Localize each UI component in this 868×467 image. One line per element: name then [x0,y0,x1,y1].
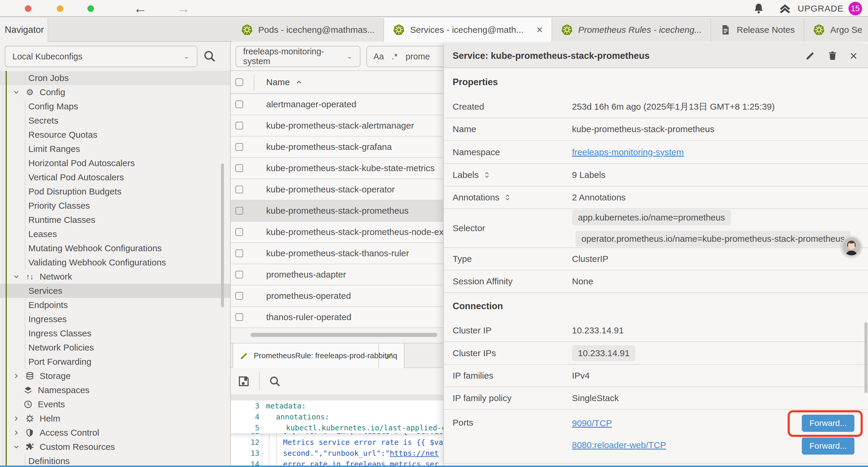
sidebar-item-secrets[interactable]: Secrets [0,114,230,128]
select-all-checkbox[interactable] [236,78,243,86]
row-checkbox[interactable] [236,313,243,321]
minimize-window-button[interactable] [57,5,63,12]
yaml-editor[interactable]: 110", "for": "1m", "labels": { "service"… [231,401,443,466]
tab-pods-icecheng-mathmas[interactable]: Pods - icecheng@mathmas... [232,18,384,42]
row-checkbox[interactable] [236,143,243,151]
sidebar-item-runtime-classes[interactable]: Runtime Classes [0,213,230,227]
row-checkbox[interactable] [236,100,243,108]
sidebar-item-vertical-pod-autoscalers[interactable]: Vertical Pod Autoscalers [0,170,230,184]
sidebar-item-custom-resources[interactable]: Custom Resources [0,440,230,454]
delete-trash-icon[interactable] [827,51,838,61]
shield-icon [25,428,35,437]
tab-services-icecheng-math[interactable]: Services - icecheng@math...× [384,18,552,42]
notification-count-badge[interactable]: 15 [848,2,862,16]
sidebar-item-priority-classes[interactable]: Priority Classes [0,199,230,213]
editor-tab-partial[interactable] [378,344,443,368]
sidebar-item-endpoints[interactable]: Endpoints [0,298,230,312]
sidebar-item-network-policies[interactable]: Network Policies [0,341,230,355]
regex-toggle[interactable]: .* [392,52,398,61]
sidebar-item-events[interactable]: Events [0,397,230,411]
sidebar-item-config[interactable]: ⚙Config [0,85,230,99]
search-input[interactable]: prome [406,52,430,61]
sidebar-item-definitions[interactable]: Definitions [0,454,230,467]
row-checkbox[interactable] [236,185,243,193]
row-checkbox[interactable] [236,250,243,257]
sidebar-item-limit-ranges[interactable]: Limit Ranges [0,142,230,156]
table-row-kube-prometheus-stack-thanos-ruler[interactable]: kube-prometheus-stack-thanos-ruler [231,243,443,264]
sidebar-item-port-forwarding[interactable]: Port Forwarding [0,355,230,369]
sidebar-item-ingress-classes[interactable]: Ingress Classes [0,326,230,341]
sidebar-item-storage[interactable]: Storage [0,369,230,383]
sidebar-item-access-control[interactable]: Access Control [0,426,230,440]
edit-pencil-icon[interactable] [805,51,815,61]
maximize-window-button[interactable] [88,5,94,12]
list-search-box[interactable]: Aa .* prome [366,46,443,67]
chevron-down-icon[interactable] [12,443,20,451]
sidebar-item-helm[interactable]: Helm [0,411,230,426]
forward-button-2[interactable]: Forward... [802,437,855,455]
table-row-alertmanager-operated[interactable]: alertmanager-operated [231,94,443,115]
table-row-kube-prometheus-stack-prometheus[interactable]: kube-prometheus-stack-prometheus [231,200,443,222]
forward-arrow-icon[interactable]: → [177,0,190,17]
row-checkbox[interactable] [236,122,243,129]
sidebar-item-network[interactable]: ↑↓Network [0,269,230,284]
chevron-right-icon[interactable] [12,429,20,437]
upgrade-label[interactable]: UPGRADE [798,0,843,17]
sidebar-item-services[interactable]: Services [0,284,230,298]
table-row-prometheus-adapter[interactable]: prometheus-adapter [231,264,443,286]
kubeconfig-selector[interactable]: Local Kubeconfigs ⌄ [5,46,197,67]
sidebar-item-mutating-webhook-configurations[interactable]: Mutating Webhook Configurations [0,241,230,255]
tab-release-notes[interactable]: Release Notes [711,18,804,42]
tab-argo-se[interactable]: Argo Se [804,18,868,42]
tab-prometheus-rules-icecheng[interactable]: Prometheus Rules - icecheng... [552,18,711,42]
sidebar-search-icon[interactable] [203,49,216,63]
sort-updown-icon[interactable] [483,171,491,179]
sidebar-item-pod-disruption-budgets[interactable]: Pod Disruption Budgets [0,184,230,199]
table-row-thanos-ruler-operated[interactable]: thanos-ruler-operated [231,307,443,328]
back-arrow-icon[interactable]: ← [133,0,147,17]
close-icon[interactable]: × [850,51,857,61]
sidebar-item-namespaces[interactable]: Namespaces [0,383,230,397]
table-row-kube-prometheus-stack-alertmanager[interactable]: kube-prometheus-stack-alertmanager [231,115,443,137]
chevron-right-icon[interactable] [12,372,20,380]
table-row-prometheus-operated[interactable]: prometheus-operated [231,286,443,307]
row-checkbox[interactable] [236,164,243,172]
table-row-kube-prometheus-stack-operator[interactable]: kube-prometheus-stack-operator [231,179,443,200]
table-row-kube-prometheus-stack-grafana[interactable]: kube-prometheus-stack-grafana [231,137,443,158]
horizontal-scrollbar[interactable] [251,333,437,337]
chevron-down-icon[interactable] [12,273,20,281]
sort-ascending-icon[interactable] [295,78,303,86]
row-checkbox[interactable] [236,207,243,214]
row-checkbox[interactable] [236,271,243,279]
table-row-kube-prometheus-stack-kube-state-metrics[interactable]: kube-prometheus-stack-kube-state-metrics [231,158,443,179]
row-checkbox[interactable] [236,292,243,300]
sidebar-item-leases[interactable]: Leases [0,227,230,241]
port-link-8080-reloader-web-tcp[interactable]: 8080:reloader-web/TCP [572,439,666,450]
navigator-panel-tab[interactable]: Navigator [0,18,48,42]
namespace-link[interactable]: freeleaps-monitoring-system [572,147,684,157]
editor-search-icon[interactable] [269,375,281,387]
close-tab-icon[interactable]: × [536,24,543,36]
save-icon[interactable] [237,375,250,388]
sidebar-scrollbar[interactable] [221,164,224,308]
sidebar-item-cron-jobs[interactable]: Cron Jobs [0,71,230,85]
sort-updown-icon[interactable] [503,193,512,202]
chevron-right-icon[interactable] [12,415,20,422]
port-link-9090-tcp[interactable]: 9090/TCP [572,418,612,429]
sidebar-item-ingresses[interactable]: Ingresses [0,312,230,326]
case-sensitive-toggle[interactable]: Aa [373,52,384,61]
row-checkbox[interactable] [236,228,243,236]
sidebar-item-config-maps[interactable]: Config Maps [0,99,230,114]
notifications-bell-icon[interactable] [753,3,765,14]
sidebar-item-horizontal-pod-autoscalers[interactable]: Horizontal Pod Autoscalers [0,156,230,170]
avatar[interactable] [841,236,862,257]
chevron-down-icon[interactable] [12,88,20,96]
sidebar-item-validating-webhook-configurations[interactable]: Validating Webhook Configurations [0,255,230,269]
detail-scrollbar[interactable] [864,322,867,393]
namespace-filter-select[interactable]: freeleaps-monitoring-system ⌄ [236,46,361,67]
name-column-header[interactable]: Name [266,77,303,87]
sidebar-item-resource-quotas[interactable]: Resource Quotas [0,128,230,142]
close-window-button[interactable] [25,5,31,12]
upgrade-chevrons-icon[interactable] [778,2,792,16]
table-row-kube-prometheus-stack-prometheus-node-expor[interactable]: kube-prometheus-stack-prometheus-node-ex… [231,222,443,243]
